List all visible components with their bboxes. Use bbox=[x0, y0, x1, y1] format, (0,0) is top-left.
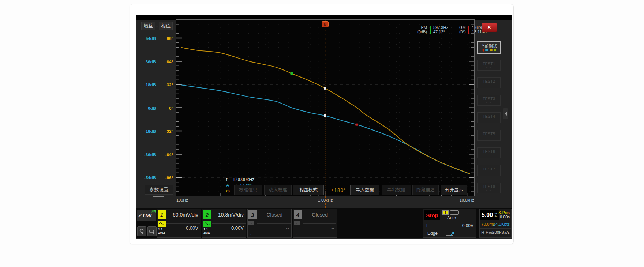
sample-rate: 200kSa/s bbox=[492, 230, 510, 234]
phase-tick: 32° bbox=[158, 83, 173, 87]
test-slot-1[interactable]: TEST1– – bbox=[477, 60, 501, 71]
pm-value: 47.12° bbox=[433, 30, 448, 34]
phase-tick: 64° bbox=[158, 60, 173, 64]
cursor-b-badge[interactable]: B bbox=[322, 21, 329, 27]
drag-icon bbox=[149, 228, 156, 235]
ztmi-logo[interactable]: ZTMI ® bbox=[137, 210, 156, 221]
axis-header: 增益 - 相位 bbox=[141, 22, 173, 30]
channel-number-badge: 3 bbox=[248, 210, 257, 219]
phase-axis-label[interactable]: 相位 bbox=[159, 22, 173, 30]
cursor-frequency: f = 1.0000kHz bbox=[226, 177, 272, 183]
probe-placeholder: -:- bbox=[294, 232, 299, 236]
touch-gesture-button-1[interactable] bbox=[137, 226, 146, 236]
gain-tick: -54dB bbox=[138, 176, 156, 180]
delay-points-row: 70.0ms 14.0Kpts bbox=[480, 221, 511, 228]
trigger-level-row: T 0.00V bbox=[423, 222, 476, 228]
touch-gesture-button-2[interactable] bbox=[147, 226, 157, 236]
phase-tick: -32° bbox=[158, 129, 173, 134]
gm-label: GM bbox=[459, 25, 466, 30]
bus-icon bbox=[450, 210, 459, 215]
parameter-settings-underline bbox=[153, 196, 164, 197]
plot-button-7[interactable]: 隐藏描述 bbox=[412, 185, 439, 195]
gm-color-bar bbox=[468, 26, 469, 34]
channel-minus-badge: - bbox=[248, 221, 254, 225]
channel-number-badge: 2 bbox=[203, 210, 211, 219]
trigger-source-badge: 1 bbox=[442, 210, 449, 215]
channel-3-block[interactable]: 3-Closed---:- bbox=[247, 209, 292, 238]
xpos-block: X-Pos 0.00s bbox=[498, 210, 510, 219]
coupling-wave-icon bbox=[203, 221, 211, 227]
channel-2-block[interactable]: 21:11MΩ10.8mV/div0.00V bbox=[202, 209, 246, 238]
test-slot-8[interactable]: TEST8– – bbox=[477, 183, 501, 193]
phase-tick: 0° bbox=[158, 106, 173, 110]
hres-label: H-Res bbox=[481, 230, 493, 234]
channel-offset: 0.00V bbox=[186, 225, 198, 231]
channel-closed-label: Closed bbox=[266, 212, 282, 218]
freq-tick-100hz: 100Hz bbox=[176, 198, 188, 202]
gain-tick: -36dB bbox=[138, 153, 156, 157]
channel-number-badge: 1 bbox=[158, 210, 166, 219]
current-test-button[interactable]: 当前测试 bbox=[477, 41, 501, 54]
plot-button-1[interactable]: 校准信息 bbox=[234, 185, 262, 195]
gain-trace-icon bbox=[485, 49, 488, 51]
panel-collapse-tab[interactable] bbox=[503, 108, 508, 119]
timebase-scale: 5.00 ms/ div bbox=[480, 210, 499, 220]
timebase-panel[interactable]: 5.00 ms/ div X-Pos 0.00s 70.0ms 14.0Kpts… bbox=[479, 209, 512, 238]
right-panel-divider bbox=[502, 22, 502, 215]
plot-button-6[interactable]: 导出数据 bbox=[382, 185, 411, 195]
plot-button-4[interactable]: ±180° bbox=[327, 185, 350, 195]
plot-button-3[interactable]: 相显模式 bbox=[293, 185, 324, 195]
hres-row: H-Res 200kSa/s bbox=[480, 228, 511, 235]
channel-scale: 10.8mV/div bbox=[218, 212, 244, 218]
test-slot-3[interactable]: TEST3– – bbox=[477, 95, 501, 106]
plot-button-8[interactable]: 分开显示 bbox=[441, 185, 467, 195]
gain-tick: -18dB bbox=[138, 129, 156, 134]
pm-value-block: 597.3Hz 47.12° bbox=[433, 25, 448, 34]
collapse-left-icon bbox=[505, 112, 507, 116]
channel-4-block[interactable]: 4-Closed---:- bbox=[293, 209, 337, 238]
tap-icon bbox=[139, 228, 145, 235]
gm-ref: (0°) bbox=[459, 30, 466, 34]
axis-tick-row: 18dB32° bbox=[138, 82, 175, 88]
axis-tick-row: 54dB96° bbox=[138, 35, 175, 42]
freq-tick-1khz: 1.00kHz bbox=[311, 198, 340, 202]
memory-points: 14.0Kpts bbox=[493, 222, 510, 226]
test-slot-6[interactable]: TEST6– – bbox=[477, 147, 501, 158]
trigger-edge-label: Edge bbox=[427, 231, 438, 236]
trigger-level-value: 0.00V bbox=[462, 223, 473, 228]
acquisition-state: Stop bbox=[424, 210, 440, 220]
margin-readouts: PM (0dB) 597.3Hz 47.12° GM (0°) 1.629kHz… bbox=[417, 25, 512, 34]
axis-tick-row: 0dB0° bbox=[138, 105, 175, 112]
plot-button-2[interactable]: 载入校准 bbox=[264, 185, 292, 195]
gain-tick: 36dB bbox=[138, 60, 156, 64]
gain-tick: 18dB bbox=[138, 83, 156, 87]
trigger-panel[interactable]: Stop 1 Auto T 0.00V Edge bbox=[423, 209, 476, 238]
test-slot-2[interactable]: TEST2– – bbox=[477, 77, 501, 88]
channel-1-block[interactable]: 11:11MΩ60.0mV/div0.00V bbox=[157, 209, 201, 238]
oscilloscope-window: 增益 - 相位 54dB96°36dB64°18dB32°0dB0°-18dB-… bbox=[136, 15, 512, 239]
channel-offset: -- bbox=[331, 225, 334, 231]
pm-color-bar bbox=[430, 26, 431, 34]
test-slot-4[interactable]: TEST4– – bbox=[477, 112, 501, 123]
rising-edge-icon bbox=[446, 230, 465, 237]
channel-divider bbox=[303, 223, 336, 224]
channel-number-badge: 4 bbox=[294, 210, 302, 219]
parameter-settings-button[interactable]: 参数设置 bbox=[145, 185, 173, 195]
channel-divider bbox=[212, 223, 246, 224]
plot-button-5[interactable]: 导入数据 bbox=[350, 185, 379, 195]
gain-axis-label[interactable]: 增益 bbox=[141, 22, 155, 30]
logo-corner-flag bbox=[153, 210, 156, 213]
trigger-mode: Auto bbox=[441, 215, 463, 221]
xpos-label: X-Pos bbox=[498, 210, 510, 215]
stop-label: Stop bbox=[426, 212, 438, 218]
bode-plot-area[interactable]: PM (0dB) 597.3Hz 47.12° GM (0°) 1.629kHz… bbox=[176, 19, 475, 196]
phase-tick: 96° bbox=[158, 36, 173, 41]
axis-tick-row: -54dB-96° bbox=[138, 174, 175, 181]
test-slot-7[interactable]: TEST7– – bbox=[477, 165, 501, 176]
channel-offset: 0.00V bbox=[231, 225, 244, 231]
channel-divider bbox=[257, 223, 291, 224]
pm-frequency: 597.3Hz bbox=[433, 25, 448, 30]
axis-header-dash: - bbox=[156, 23, 158, 29]
close-button[interactable]: × bbox=[482, 23, 497, 32]
test-slot-5[interactable]: TEST5– – bbox=[477, 130, 501, 141]
